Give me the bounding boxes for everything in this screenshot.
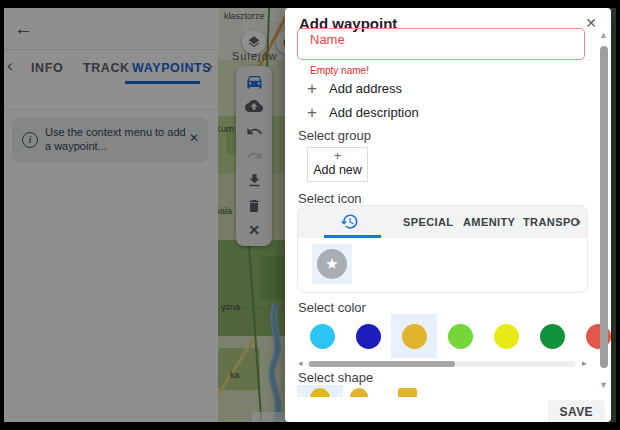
- plus-icon: +: [308, 148, 367, 163]
- star-icon: ★: [317, 249, 347, 279]
- tab-special[interactable]: SPECIAL: [403, 216, 453, 228]
- color-option-yellow[interactable]: [483, 314, 529, 358]
- dialog-close-icon[interactable]: ✕: [583, 13, 599, 33]
- color-option-gold-selected[interactable]: [391, 314, 437, 358]
- history-icon: [340, 212, 359, 231]
- select-group-label: Select group: [298, 128, 371, 143]
- color-scrollbar-thumb[interactable]: [309, 361, 455, 367]
- star-icon-option[interactable]: ★: [312, 244, 352, 284]
- shape-option-circle-selected[interactable]: [297, 385, 343, 397]
- dialog-scroll-up-icon[interactable]: ▲: [599, 30, 608, 40]
- color-swatch: [448, 324, 473, 349]
- select-shape-label: Select shape: [298, 370, 373, 385]
- color-scroll-right-icon[interactable]: ▸: [582, 358, 587, 368]
- name-error-text: Empty name!: [310, 65, 369, 76]
- name-field-wrapper: [297, 28, 585, 60]
- add-waypoint-dialog: Add waypoint ✕ Empty name! + Add address…: [285, 8, 611, 422]
- color-swatch: [356, 324, 381, 349]
- color-swatch: [402, 324, 427, 349]
- color-swatch: [310, 324, 335, 349]
- color-option-light-green[interactable]: [437, 314, 483, 358]
- color-option-green[interactable]: [529, 314, 575, 358]
- plus-icon: +: [307, 80, 329, 97]
- color-swatch: [540, 324, 565, 349]
- active-icon-tab-indicator: [324, 235, 381, 238]
- screen: ← ‹ INFO TRACK WAYPOINTS › i Use the con…: [4, 8, 616, 422]
- icon-category-tabs: SPECIAL AMENITY TRANSPORT ›: [298, 206, 587, 238]
- icon-picker: SPECIAL AMENITY TRANSPORT › ★: [297, 205, 588, 293]
- tab-transport[interactable]: TRANSPORT: [523, 216, 579, 228]
- color-scroll-left-icon[interactable]: ◂: [298, 358, 303, 368]
- shape-option-circle[interactable]: [350, 388, 368, 397]
- circle-shape: [310, 388, 330, 397]
- add-description-button[interactable]: + Add description: [307, 103, 507, 121]
- color-option-cyan[interactable]: [299, 314, 345, 358]
- dialog-scrollbar-thumb[interactable]: [600, 46, 608, 368]
- tabs-more-icon[interactable]: ›: [576, 213, 581, 229]
- recent-icons-tab[interactable]: [340, 212, 359, 231]
- select-color-label: Select color: [298, 300, 366, 315]
- add-new-group-button[interactable]: + Add new: [307, 147, 368, 182]
- dialog-scroll-down-icon[interactable]: ▼: [599, 380, 608, 390]
- save-button[interactable]: SAVE: [548, 400, 605, 422]
- color-swatch: [494, 324, 519, 349]
- name-input[interactable]: [298, 29, 584, 59]
- select-icon-label: Select icon: [298, 191, 362, 206]
- add-address-button[interactable]: + Add address: [307, 79, 507, 97]
- app-window: { "left_panel": { "back_label": "←", "ta…: [0, 0, 620, 430]
- shape-option-square[interactable]: [398, 388, 417, 397]
- tab-amenity[interactable]: AMENITY: [463, 216, 515, 228]
- color-option-navy[interactable]: [345, 314, 391, 358]
- plus-icon: +: [307, 104, 329, 121]
- shape-picker-row: [285, 385, 601, 397]
- color-picker-row: [299, 314, 599, 358]
